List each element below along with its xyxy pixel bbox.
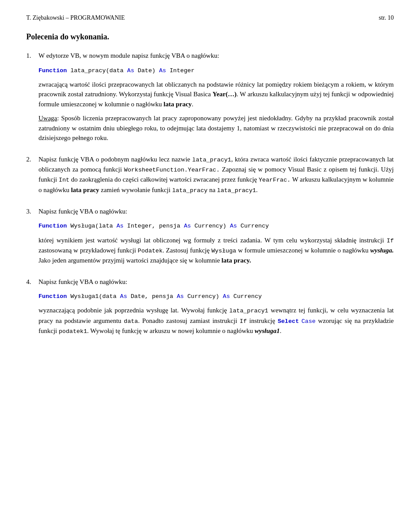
list-item: 2. Napisz funkcję VBA o podobnym nagłówk… [26, 154, 394, 200]
code-yearfrac: YearFrac. [259, 177, 290, 183]
code-as7: As [177, 293, 184, 300]
code-lp1: lata_pracy1 [217, 187, 256, 194]
code-as5: As [230, 223, 237, 229]
list-item: 4. Napisz funkcję VBA o nagłówku: Functi… [26, 277, 394, 341]
code-int: Int [59, 177, 69, 183]
code-function-kw: Function [38, 67, 67, 74]
code-as6: As [120, 293, 127, 300]
lata-pracy-label2: lata pracy [71, 186, 99, 193]
list-item: 1. W edytorze VB, w nowym module napisz … [26, 51, 394, 147]
lata-pracy-label: lata pracy [164, 101, 192, 108]
page-title: Polecenia do wykonania. [26, 31, 394, 43]
list-num: 4. [26, 277, 35, 341]
list-content: Napisz funkcję VBA o nagłówku: Function … [38, 277, 394, 341]
code-function-kw2: Function [38, 223, 67, 229]
list-item: 3. Napisz funkcję VBA o nagłówku: Functi… [26, 207, 394, 270]
year-func: Year(…) [213, 91, 237, 98]
code-as8: As [223, 293, 230, 300]
list-content: Napisz funkcję VBA o podobnym nagłówku l… [38, 154, 394, 200]
code-podatek: Podatek [138, 248, 163, 254]
code-select: Select [278, 318, 299, 325]
code-as2: As [159, 67, 166, 74]
code-as4: As [184, 223, 191, 229]
code-data: data [124, 318, 138, 325]
list-content: Napisz funkcję VBA o nagłówku: Function … [38, 207, 394, 270]
header-left: T. Ziębakowski – PROGRAMOWANIE [26, 13, 125, 22]
code-wsf: WorksheetFunction.YearFrac. [124, 167, 220, 173]
code-as1: As [127, 67, 134, 74]
uwaga-label: Uwaga [38, 115, 57, 122]
code-wysluga: Wysługa [211, 248, 236, 254]
code-if2: If [240, 318, 247, 325]
header-right: str. 10 [379, 13, 394, 22]
code-podatek1: podatek1 [59, 328, 87, 335]
list-content: W edytorze VB, w nowym module napisz fun… [38, 51, 394, 147]
header: T. Ziębakowski – PROGRAMOWANIE str. 10 [26, 13, 394, 22]
code-if: If [387, 238, 394, 244]
code-lata-pracy1: lata_pracy1 [192, 157, 231, 163]
code-function-kw3: Function [38, 293, 67, 300]
wysluga1-label: wysługa1 [255, 327, 280, 334]
code-case: Case [301, 318, 315, 325]
code-as3: As [116, 223, 123, 229]
code-lp: lata_pracy [172, 187, 207, 194]
list-num: 2. [26, 154, 35, 200]
list-num: 1. [26, 51, 35, 147]
list-num: 3. [26, 207, 35, 270]
lata-pracy-label3: lata pracy. [221, 257, 251, 264]
code-lp1b: lata_pracy1 [229, 308, 268, 314]
wysluga-label: wysługa. [370, 247, 394, 254]
